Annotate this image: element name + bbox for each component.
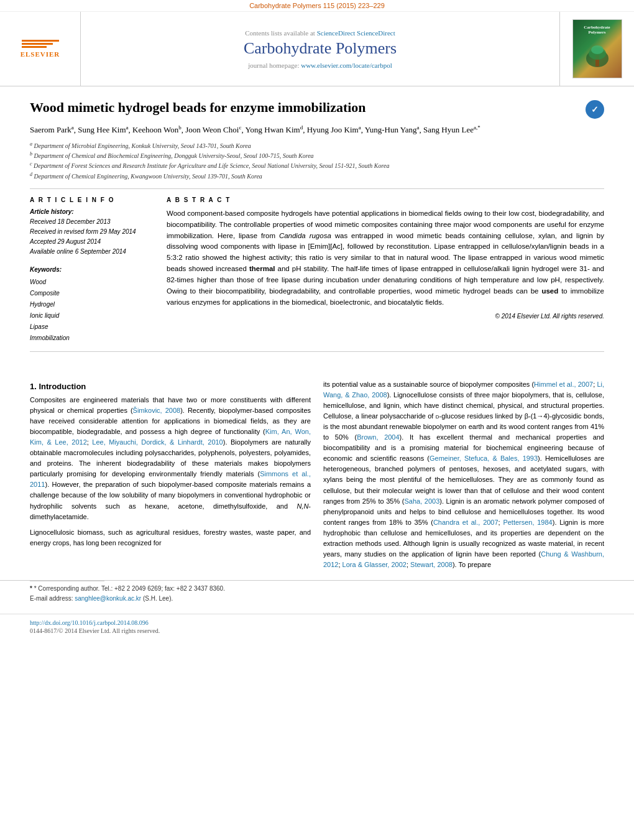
- ref-saha2003[interactable]: Saha, 2003: [404, 497, 439, 505]
- citation-text: Carbohydrate Polymers 115 (2015) 223–229: [249, 2, 385, 9]
- divider-1: [30, 188, 604, 189]
- article-info-heading: A R T I C L E I N F O: [30, 196, 154, 203]
- elsevier-line-2: [22, 43, 53, 45]
- article-history: Article history: Received 18 December 20…: [30, 207, 154, 257]
- author-sunghee: Sung Hee Kima: [78, 125, 128, 134]
- copyright-notice: © 2014 Elsevier Ltd. All rights reserved…: [167, 313, 604, 320]
- corresponding-text: * Corresponding author. Tel.: +82 2 2049…: [34, 585, 225, 592]
- author-joon: Joon Weon Choic: [185, 125, 241, 134]
- crossmark-badge: ✓: [586, 100, 604, 119]
- ref-brown2004[interactable]: Brown, 2004: [357, 433, 399, 441]
- fn-star: *: [30, 585, 32, 592]
- author-sanghyun: Sang Hyun Leea,*: [423, 125, 480, 134]
- intro-para-2: Lignocellulosic biomass, such as agricul…: [30, 527, 311, 548]
- intro-heading: 1. Introduction: [30, 382, 311, 391]
- keyword-lipase: Lipase: [30, 321, 154, 333]
- keyword-immobilization: Immobilization: [30, 333, 154, 344]
- journal-header: ELSEVIER Contents lists available at Sci…: [0, 12, 634, 86]
- author-hyung: Hyung Joo Kima: [307, 125, 361, 134]
- body-left-column: 1. Introduction Composites are engineere…: [30, 379, 311, 575]
- elsevier-logo-area: ELSEVIER: [0, 12, 81, 86]
- ref-himmel2007[interactable]: Himmel et al., 2007: [534, 381, 593, 388]
- elsevier-lines: [22, 40, 59, 48]
- accepted-date: Accepted 29 August 2014: [30, 237, 154, 247]
- keyword-ionic: Ionic liquid: [30, 310, 154, 321]
- ref-chandra2007[interactable]: Chandra et al., 2007: [433, 519, 498, 526]
- homepage-url[interactable]: www.elsevier.com/locate/carbpol: [301, 62, 392, 69]
- homepage-label: journal homepage:: [248, 62, 301, 69]
- article-header-section: ✓ Wood mimetic hydrogel beads for enzyme…: [0, 86, 634, 372]
- ref-gemeiner1993[interactable]: Gemeiner, Stefuca, & Bales, 1993: [430, 455, 538, 462]
- issn-line: 0144-8617/© 2014 Elsevier Ltd. All right…: [30, 627, 604, 634]
- email-suffix: (S.H. Lee).: [143, 595, 173, 602]
- journal-title-area: Contents lists available at ScienceDirec…: [81, 12, 559, 86]
- ref-lee2010[interactable]: Lee, Miyauchi, Dordick, & Linhardt, 2010: [92, 438, 223, 446]
- affiliations-block: a Department of Microbial Engineering, K…: [30, 141, 604, 181]
- available-date: Available online 6 September 2014: [30, 247, 154, 257]
- affil-b: b Department of Chemical and Biochemical…: [30, 150, 604, 160]
- ref-simmons2011[interactable]: Simmons et al., 2011: [30, 470, 311, 488]
- elsevier-line-3: [22, 46, 47, 48]
- body-right-column: its potential value as a sustainable sou…: [323, 379, 604, 575]
- sciencedirect-link[interactable]: ScienceDirect: [317, 29, 356, 37]
- section-number: 1.: [30, 382, 37, 391]
- ref-simkovic[interactable]: Šimkovic, 2008: [133, 407, 181, 414]
- ref-lora2002[interactable]: Lora & Glasser, 2002: [342, 561, 407, 568]
- section-title: Introduction: [39, 382, 86, 391]
- article-title: Wood mimetic hydrogel beads for enzyme i…: [30, 99, 604, 117]
- received-date: Received 18 December 2013: [30, 217, 154, 227]
- email-address[interactable]: sanghlee@konkuk.ac.kr: [75, 595, 141, 602]
- svg-point-3: [591, 45, 604, 54]
- keyword-hydrogel: Hydrogel: [30, 299, 154, 310]
- right-para-1: its potential value as a sustainable sou…: [323, 379, 604, 570]
- abstract-text: Wood component-based composite hydrogels…: [167, 208, 604, 308]
- history-label: Article history:: [30, 207, 154, 217]
- author-yung: Yung-Hun Yanga: [365, 125, 420, 134]
- sciencedirect-name[interactable]: ScienceDirect: [357, 29, 395, 37]
- elsevier-line-1: [22, 40, 59, 42]
- author-saerom: Saerom Parka: [30, 125, 74, 134]
- footnote-divider: [30, 581, 104, 581]
- info-abstract-columns: A R T I C L E I N F O Article history: R…: [30, 196, 604, 344]
- contents-line: Contents lists available at ScienceDirec…: [245, 29, 395, 37]
- author-keehoon: Keehoon Wonb: [132, 125, 181, 134]
- homepage-line: journal homepage: www.elsevier.com/locat…: [248, 62, 392, 69]
- main-body: 1. Introduction Composites are engineere…: [0, 379, 634, 575]
- article-info-column: A R T I C L E I N F O Article history: R…: [30, 196, 154, 344]
- journal-main-title: Carbohydrate Polymers: [244, 39, 397, 58]
- keywords-block: Keywords: Wood Composite Hydrogel Ionic …: [30, 264, 154, 344]
- elsevier-text: ELSEVIER: [21, 50, 60, 58]
- email-line: E-mail address: sanghlee@konkuk.ac.kr (S…: [30, 594, 604, 604]
- doi-line: http://dx.doi.org/10.1016/j.carbpol.2014…: [30, 619, 604, 626]
- contents-label: Contents lists available at: [245, 29, 316, 37]
- cover-title: Carbohydrate Polymers: [576, 25, 619, 35]
- abstract-heading: A B S T R A C T: [167, 196, 604, 203]
- author-yong: Yong Hwan Kimd: [245, 125, 303, 134]
- cover-illustration: [582, 40, 613, 71]
- affil-c: c Department of Forest Sciences and Rese…: [30, 160, 604, 170]
- divider-2: [30, 351, 604, 352]
- keywords-label: Keywords:: [30, 264, 154, 275]
- ref-stewart2008[interactable]: Stewart, 2008: [410, 561, 453, 568]
- affil-a: a Department of Microbial Engineering, K…: [30, 141, 604, 150]
- authors-line: Saerom Parka, Sung Hee Kima, Keehoon Won…: [30, 123, 604, 137]
- doi-url[interactable]: http://dx.doi.org/10.1016/j.carbpol.2014…: [30, 619, 149, 626]
- intro-para-1: Composites are engineered materials that…: [30, 395, 311, 522]
- page-footer: http://dx.doi.org/10.1016/j.carbpol.2014…: [0, 614, 634, 639]
- journal-cover: Carbohydrate Polymers: [572, 19, 622, 78]
- footnote-section: * * Corresponding author. Tel.: +82 2 20…: [0, 580, 634, 604]
- corresponding-note: * * Corresponding author. Tel.: +82 2 20…: [30, 584, 604, 594]
- affil-d: d Department of Chemical Engineering, Kw…: [30, 171, 604, 181]
- keyword-wood: Wood: [30, 277, 154, 288]
- crossmark-icon: ✓: [586, 100, 604, 119]
- revised-date: Received in revised form 29 May 2014: [30, 227, 154, 237]
- journal-citation-bar: Carbohydrate Polymers 115 (2015) 223–229: [0, 0, 634, 12]
- ref-pettersen1984[interactable]: Pettersen, 1984: [503, 519, 552, 526]
- keyword-composite: Composite: [30, 288, 154, 299]
- abstract-column: A B S T R A C T Wood component-based com…: [167, 196, 604, 344]
- cover-image-area: Carbohydrate Polymers: [559, 12, 634, 86]
- email-label: E-mail address:: [30, 595, 73, 602]
